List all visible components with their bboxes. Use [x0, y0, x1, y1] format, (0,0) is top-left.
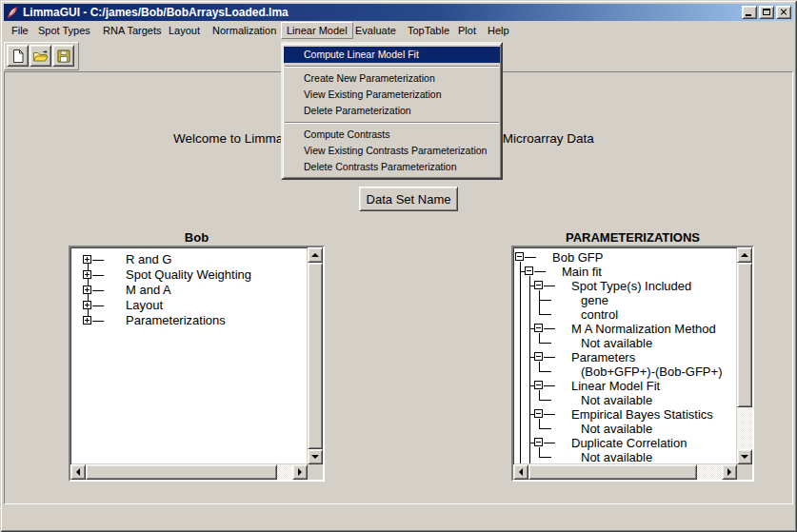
tk-feather-icon: [6, 6, 19, 19]
scroll-right-button[interactable]: [292, 464, 308, 480]
tree-line: [539, 371, 551, 372]
arrow-up-icon: [311, 253, 319, 257]
scroll-up-button[interactable]: [308, 247, 323, 263]
menu-separator: [285, 66, 499, 68]
parameterizations-vertical-scrollbar[interactable]: [737, 247, 752, 464]
parameterizations-tree: Bob GFPMain fitSpot Type(s) Includedgene…: [514, 248, 736, 463]
close-button[interactable]: [776, 6, 791, 19]
tree-item[interactable]: Not available: [581, 337, 652, 350]
menubar-item-evaluate[interactable]: Evaluate: [350, 22, 401, 39]
dropdown-item-create-new-parameterization[interactable]: Create New Parameterization: [284, 70, 500, 87]
tree-line: [539, 419, 540, 428]
tree-item[interactable]: Empirical Bayes Statistics: [571, 408, 713, 422]
tree-expand-box[interactable]: [534, 281, 543, 289]
tree-item[interactable]: Parameterizations: [126, 314, 226, 327]
tree-expand-box[interactable]: [534, 438, 543, 446]
tree-expand-box[interactable]: [534, 409, 543, 418]
dataset-tree-viewport: R and GSpot Quality WeightingM and ALayo…: [71, 248, 307, 463]
open-file-button[interactable]: [30, 45, 51, 67]
tree-item[interactable]: Not available: [581, 423, 652, 436]
tree-item[interactable]: M A Normalization Method: [571, 323, 716, 336]
scroll-down-button[interactable]: [308, 449, 323, 464]
menubar-item-normalization[interactable]: Normalization: [208, 22, 281, 39]
tree-expand-box[interactable]: [534, 324, 543, 332]
scroll-down-button[interactable]: [737, 449, 752, 464]
menu-bar: FileSpot TypesRNA TargetsLayoutNormaliza…: [4, 21, 793, 41]
menubar-item-toptable[interactable]: TopTable: [403, 22, 454, 39]
tree-expand-box[interactable]: [83, 286, 91, 294]
scroll-left-button[interactable]: [513, 464, 528, 480]
tree-item[interactable]: Bob GFP: [552, 251, 603, 265]
tree-item[interactable]: Spot Type(s) Included: [571, 280, 691, 293]
tree-expand-box[interactable]: [515, 252, 524, 261]
menubar-item-plot[interactable]: Plot: [453, 22, 481, 39]
tree-line: [520, 262, 521, 463]
tree-line: [539, 447, 540, 457]
tree-item[interactable]: Duplicate Correlation: [571, 437, 687, 450]
tree-expand-box[interactable]: [83, 316, 91, 325]
dataset-tree: R and GSpot Quality WeightingM and ALayo…: [71, 248, 307, 463]
tree-expand-box[interactable]: [83, 255, 91, 264]
menubar-item-help[interactable]: Help: [483, 22, 514, 39]
tree-item[interactable]: Main fit: [562, 266, 602, 279]
menu-separator: [285, 122, 499, 124]
save-button[interactable]: [52, 45, 74, 67]
scrollbar-thumb[interactable]: [528, 464, 697, 480]
tree-line: [539, 314, 551, 315]
save-icon: [56, 49, 71, 64]
scroll-up-button[interactable]: [737, 247, 752, 263]
arrow-left-icon: [76, 468, 80, 476]
dataset-tree-panel: R and GSpot Quality WeightingM and ALayo…: [69, 246, 325, 482]
parameterizations-horizontal-scrollbar[interactable]: [513, 464, 737, 480]
tree-line: [544, 385, 555, 386]
tree-line: [92, 305, 104, 306]
tree-item[interactable]: Linear Model Fit: [571, 380, 660, 393]
tree-item[interactable]: Not available: [581, 394, 652, 407]
tree-item[interactable]: R and G: [126, 253, 171, 266]
tree-item[interactable]: Layout: [126, 299, 163, 312]
scrollbar-thumb[interactable]: [308, 263, 323, 449]
dropdown-item-view-existing-parameterization[interactable]: View Existing Parameterization: [284, 87, 500, 103]
tree-expand-box[interactable]: [534, 352, 543, 361]
scrollbar-corner: [308, 464, 323, 480]
dropdown-item-compute-contrasts[interactable]: Compute Contrasts: [284, 127, 500, 143]
new-document-button[interactable]: [7, 45, 29, 67]
tree-line: [92, 275, 104, 276]
dataset-vertical-scrollbar[interactable]: [308, 247, 323, 464]
minimize-button[interactable]: [742, 6, 757, 19]
dropdown-item-view-existing-contrasts-parameterization[interactable]: View Existing Contrasts Parameterization: [284, 143, 500, 159]
arrow-right-icon: [298, 468, 302, 476]
tree-line: [92, 260, 104, 261]
title-bar: LimmaGUI - C:/james/Bob/BobArraysLoaded.…: [4, 4, 793, 21]
scrollbar-thumb[interactable]: [86, 464, 277, 480]
tree-item[interactable]: gene: [581, 294, 608, 307]
tree-expand-box[interactable]: [83, 301, 91, 309]
tree-item[interactable]: control: [581, 308, 618, 322]
tree-line: [544, 328, 555, 329]
menubar-item-rna-targets[interactable]: RNA Targets: [98, 22, 167, 39]
menubar-item-file[interactable]: File: [7, 22, 33, 39]
dropdown-item-delete-contrasts-parameterization[interactable]: Delete Contrasts Parameterization: [284, 159, 500, 175]
scroll-right-button[interactable]: [722, 464, 737, 480]
maximize-button[interactable]: [759, 6, 774, 19]
tree-line: [534, 271, 546, 272]
tree-item[interactable]: M and A: [126, 284, 171, 297]
tree-expand-box[interactable]: [534, 381, 543, 389]
tree-item[interactable]: (Bob+GFP+)-(Bob-GFP+): [581, 365, 722, 379]
dataset-horizontal-scrollbar[interactable]: [70, 464, 308, 480]
menubar-item-spot-types[interactable]: Spot Types: [33, 22, 95, 39]
tree-item[interactable]: Not available: [581, 451, 652, 463]
dataset-name-button[interactable]: Data Set Name: [359, 187, 458, 211]
tree-expand-box[interactable]: [525, 266, 533, 275]
tree-item[interactable]: Spot Quality Weighting: [126, 268, 251, 282]
dropdown-item-delete-parameterization[interactable]: Delete Parameterization: [284, 103, 500, 119]
tree-expand-box[interactable]: [83, 270, 91, 279]
arrow-left-icon: [519, 468, 523, 476]
menubar-item-linear-model[interactable]: Linear Model: [281, 22, 353, 39]
tree-item[interactable]: Parameters: [571, 351, 635, 365]
menubar-item-layout[interactable]: Layout: [164, 22, 205, 39]
scrollbar-thumb[interactable]: [737, 263, 752, 407]
tree-line: [92, 290, 104, 291]
dropdown-item-compute-linear-model-fit[interactable]: Compute Linear Model Fit: [284, 47, 500, 63]
scroll-left-button[interactable]: [70, 464, 86, 480]
